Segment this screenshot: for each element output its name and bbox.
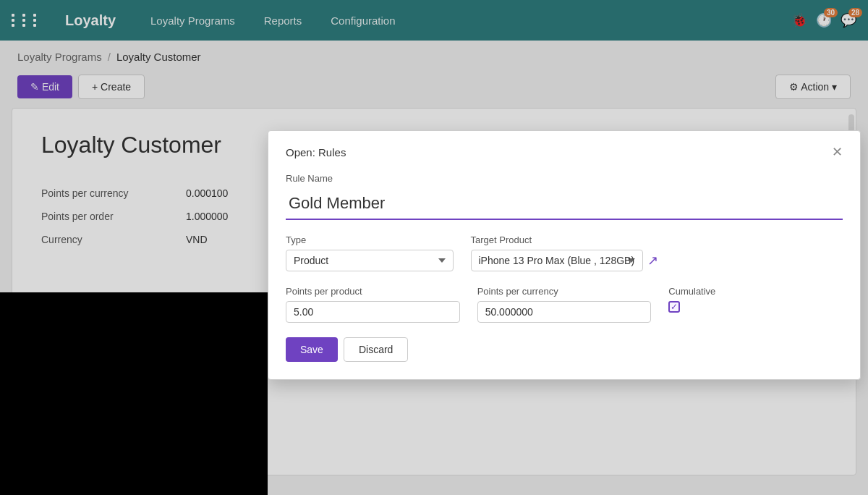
save-button[interactable]: Save xyxy=(286,337,338,362)
target-product-select[interactable]: iPhone 13 Pro Max (Blue , 128GB) xyxy=(471,250,643,271)
modal-close-button[interactable]: ✕ xyxy=(832,145,843,158)
points-per-product-input[interactable] xyxy=(286,301,460,323)
type-label: Type xyxy=(286,234,454,245)
type-select[interactable]: Product xyxy=(286,250,454,271)
modal-footer: Save Discard xyxy=(286,337,843,362)
points-per-product-group: Points per product xyxy=(286,286,460,323)
points-per-product-label: Points per product xyxy=(286,286,460,297)
modal-title: Open: Rules xyxy=(286,146,346,158)
cumulative-checkbox-row: ✓ xyxy=(668,301,843,313)
points-per-currency-input[interactable] xyxy=(477,301,652,323)
target-product-label: Target Product xyxy=(471,234,658,245)
modal-rule-name-group: Rule Name xyxy=(286,173,843,220)
rule-name-label: Rule Name xyxy=(286,173,843,184)
modal-header: Open: Rules ✕ xyxy=(286,145,843,158)
type-field-group: Type Product xyxy=(286,234,454,271)
modal-open-rules: Open: Rules ✕ Rule Name Type Product Tar… xyxy=(268,130,861,380)
cumulative-group: Cumulative ✓ xyxy=(668,286,843,313)
modal-row-type-target: Type Product Target Product iPhone 13 Pr… xyxy=(286,234,843,271)
modal-row-points: Points per product Points per currency C… xyxy=(286,286,843,323)
cumulative-checkbox[interactable]: ✓ xyxy=(668,301,680,313)
external-link-icon[interactable]: ↗ xyxy=(647,253,658,268)
points-per-currency-label: Points per currency xyxy=(477,286,652,297)
cumulative-label: Cumulative xyxy=(668,286,843,297)
checkbox-check-icon: ✓ xyxy=(671,302,678,312)
discard-button[interactable]: Discard xyxy=(344,337,408,362)
target-product-field: iPhone 13 Pro Max (Blue , 128GB) ↗ xyxy=(471,250,658,271)
target-product-field-group: Target Product iPhone 13 Pro Max (Blue ,… xyxy=(471,234,658,271)
rule-name-input[interactable] xyxy=(286,188,843,220)
points-per-currency-group: Points per currency xyxy=(477,286,652,323)
